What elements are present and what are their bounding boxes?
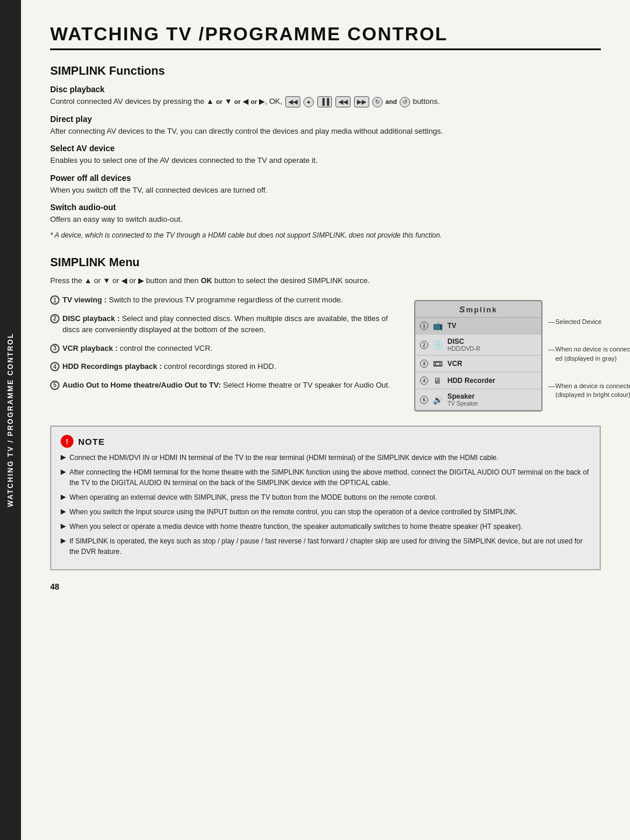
sidebar-text: WATCHING TV / PROGRAMME CONTROL — [6, 333, 15, 507]
speaker-icon: 🔊 — [431, 395, 444, 405]
page: WATCHING TV / PROGRAMME CONTROL WATCHING… — [0, 0, 630, 840]
page-title: WATCHING TV /PROGRAMME CONTROL — [50, 23, 601, 50]
note-text-5: When you select or operate a media devic… — [69, 521, 523, 532]
select-av-text: Enables you to select one of the AV devi… — [50, 155, 601, 166]
page-number: 48 — [50, 582, 601, 591]
note-item-2: ▶ After connecting the HDMI terminal for… — [61, 467, 590, 488]
menu-item-text-1: TV viewing : Switch to the previous TV p… — [62, 294, 343, 306]
note-text-4: When you switch the Input source using t… — [69, 507, 517, 517]
menu-item-text-3: VCR playback : control the connected VCR… — [62, 343, 212, 354]
simplink-panel-item-tv: 1 📺 TV — [415, 318, 541, 334]
switch-audio-text: Offers an easy way to switch audio-out. — [50, 214, 601, 225]
arrow-icon-4: ▶ — [61, 507, 66, 515]
note-text-1: Connect the HDMI/DVI IN or HDMI IN termi… — [69, 452, 498, 463]
arrow-icon-5: ▶ — [61, 522, 66, 530]
menu-item-num-2: 2 — [50, 314, 60, 323]
note-icon: ! — [61, 435, 74, 448]
disc-playback-text: Control connected AV devices by pressing… — [50, 96, 601, 107]
power-off-text: When you switch off the TV, all connecte… — [50, 184, 601, 196]
hdd-icon: 🖥 — [431, 375, 444, 386]
simplink-functions-title: SIMPLINK Functions — [50, 64, 601, 78]
power-off-heading: Power off all devices — [50, 173, 601, 183]
direct-play-text: After connecting AV devices to the TV, y… — [50, 126, 601, 137]
note-item-6: ▶ If SIMPLINK is operated, the keys such… — [61, 536, 590, 557]
simplink-panel-item-hdd: 4 🖥 HDD Recorder — [415, 372, 541, 389]
simplink-panel-area: Smplink 1 📺 TV 2 — [414, 300, 601, 412]
direct-play-heading: Direct play — [50, 114, 601, 124]
note-text-6: If SIMPLINK is operated, the keys such a… — [69, 536, 590, 557]
main-content: WATCHING TV /PROGRAMME CONTROL SIMPLINK … — [21, 0, 630, 840]
tv-icon: 📺 — [431, 320, 444, 331]
note-item-5: ▶ When you select or operate a media dev… — [61, 521, 590, 532]
simplink-functions-section: SIMPLINK Functions Disc playback Control… — [50, 62, 601, 243]
menu-item-num-1: 1 — [50, 295, 60, 305]
menu-intro: Press the ▲ or ▼ or ◀ or ▶ button and th… — [50, 275, 601, 287]
sidebar: WATCHING TV / PROGRAMME CONTROL — [0, 0, 21, 840]
simplink-menu-title: SIMPLINK Menu — [50, 256, 601, 269]
annotation-connected: When a device is connected(displayed in … — [548, 382, 630, 400]
menu-item-num-3: 3 — [50, 344, 60, 353]
note-title: NOTE — [78, 437, 105, 447]
panel-annotations: Selected Device When no device is connec… — [542, 318, 630, 399]
simplink-panel: Smplink 1 📺 TV 2 — [414, 300, 542, 412]
menu-item-text-4: HDD Recordings playback : control record… — [62, 361, 276, 372]
simplink-menu-section: SIMPLINK Menu Press the ▲ or ▼ or ◀ or ▶… — [50, 253, 601, 412]
panel-container: Smplink 1 📺 TV 2 — [414, 300, 601, 412]
menu-item-1: 1 TV viewing : Switch to the previous TV… — [50, 294, 402, 306]
menu-item-2: 2 DISC playback : Select and play connec… — [50, 313, 402, 336]
menu-columns: 1 TV viewing : Switch to the previous TV… — [50, 294, 601, 412]
menu-item-text-2: DISC playback : Select and play connecte… — [62, 313, 402, 336]
annotation-selected: Selected Device — [548, 318, 630, 326]
simplink-panel-header: Smplink — [415, 301, 541, 318]
menu-item-num-5: 5 — [50, 381, 60, 390]
simplink-panel-item-speaker: 5 🔊 Speaker TV Speaker — [415, 389, 541, 410]
vcr-icon: 📼 — [431, 358, 444, 369]
note-section: ! NOTE ▶ Connect the HDMI/DVI IN or HDMI… — [50, 426, 601, 570]
disc-icon: 💿 — [431, 340, 444, 350]
arrow-icon-6: ▶ — [61, 536, 66, 545]
note-text-3: When operating an external device with S… — [69, 492, 437, 503]
menu-item-4: 4 HDD Recordings playback : control reco… — [50, 361, 402, 372]
note-item-3: ▶ When operating an external device with… — [61, 492, 590, 503]
arrow-icon-1: ▶ — [61, 453, 66, 461]
note-item-1: ▶ Connect the HDMI/DVI IN or HDMI IN ter… — [61, 452, 590, 463]
note-header: ! NOTE — [61, 435, 590, 448]
annotation-no-device: When no device is connect-ed (displayed … — [548, 345, 630, 363]
simplink-panel-item-disc: 2 💿 DISC HDD/DVD-R — [415, 334, 541, 355]
disc-playback-heading: Disc playback — [50, 85, 601, 94]
arrow-icon-2: ▶ — [61, 468, 66, 476]
select-av-heading: Select AV device — [50, 144, 601, 153]
menu-item-num-4: 4 — [50, 362, 60, 371]
switch-audio-heading: Switch audio-out — [50, 203, 601, 212]
note-item-4: ▶ When you switch the Input source using… — [61, 507, 590, 517]
menu-item-5: 5 Audio Out to Home theatre/Audio Out to… — [50, 379, 402, 391]
note-text-2: After connecting the HDMI terminal for t… — [69, 467, 590, 488]
simplink-ui-panel: Smplink 1 📺 TV 2 — [414, 300, 542, 412]
menu-items-list: 1 TV viewing : Switch to the previous TV… — [50, 294, 402, 398]
menu-item-3: 3 VCR playback : control the connected V… — [50, 343, 402, 354]
menu-item-text-5: Audio Out to Home theatre/Audio Out to T… — [62, 379, 390, 391]
star-note: * A device, which is connected to the TV… — [50, 230, 601, 241]
simplink-panel-item-vcr: 3 📼 VCR — [415, 355, 541, 372]
arrow-icon-3: ▶ — [61, 493, 66, 501]
